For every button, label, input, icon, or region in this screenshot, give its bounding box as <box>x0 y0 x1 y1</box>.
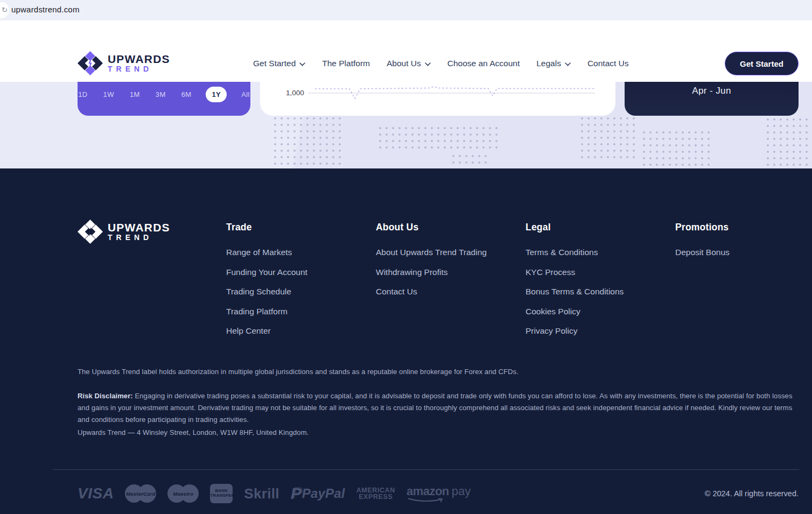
footer-column-title: About Us <box>376 222 516 233</box>
brand-wordmark: UPWARDS TREND <box>108 53 170 73</box>
footer-link-about-upwards-trend-trading[interactable]: About Upwards Trend Trading <box>376 248 516 257</box>
brand-word-top: UPWARDS <box>108 222 170 233</box>
copyright-text: © 2024. All rights reserved. <box>705 489 799 498</box>
footer-column-about-us: About Us About Upwards Trend Trading Wit… <box>376 222 516 307</box>
url-text[interactable]: upwardstrend.com <box>11 5 80 14</box>
footer-authorization-text: The Upwards Trend label holds authorizat… <box>78 366 799 378</box>
period-card: Apr - Jun <box>625 82 799 116</box>
footer-column-title: Legal <box>526 222 666 233</box>
paypal-icon: P PayPal <box>291 484 345 503</box>
nav-label: Legals <box>536 59 561 68</box>
bank-transfer-line2: TRANSFER <box>210 494 233 498</box>
range-1y-button-selected[interactable]: 1Y <box>206 87 227 102</box>
refresh-icon[interactable]: ↻ <box>0 2 9 18</box>
range-all-button[interactable]: All <box>240 87 251 102</box>
site-header: UPWARDS TREND Get Started The Platform A… <box>0 20 812 82</box>
chart-dashed-line <box>260 82 615 116</box>
footer-link-privacy-policy[interactable]: Privacy Policy <box>526 326 666 336</box>
world-map-dots <box>579 115 638 163</box>
footer-column-title: Promotions <box>675 222 812 233</box>
paypal-p-glyph: P <box>291 484 302 503</box>
amazon-pay-icon: amazon pay <box>407 484 471 503</box>
nav-label: Contact Us <box>587 59 629 68</box>
footer-column-promotions: Promotions Deposit Bonus <box>675 222 812 267</box>
amazon-word: amazon <box>407 484 449 498</box>
american-express-icon: AMERICAN EXPRESS <box>356 487 395 500</box>
time-range-card: 1D 1W 1M 3M 6M 1Y All <box>78 82 250 116</box>
footer-link-trading-platform[interactable]: Trading Platform <box>226 307 366 316</box>
brand-logo[interactable]: UPWARDS TREND <box>78 51 170 76</box>
brand-word-bottom: TREND <box>108 65 170 73</box>
page: ↻ upwardstrend.com UPWARDS TREND Get Sta… <box>0 0 812 514</box>
nav-choose-an-account[interactable]: Choose an Account <box>447 59 520 68</box>
nav-legals[interactable]: Legals <box>536 59 571 68</box>
bank-transfer-icon: BANK TRANSFER <box>210 484 233 503</box>
chevron-down-icon <box>565 62 571 66</box>
range-6m-button[interactable]: 6M <box>180 87 193 102</box>
chart-card: 1,000 <box>260 82 615 116</box>
nav-the-platform[interactable]: The Platform <box>322 59 370 68</box>
footer-brand-logo-icon <box>78 219 103 244</box>
chevron-down-icon <box>425 62 431 66</box>
chevron-down-icon <box>299 62 305 66</box>
footer-column-legal: Legal Terms & Conditions KYC Process Bon… <box>526 222 666 346</box>
world-map-dots <box>450 153 488 168</box>
paypal-label: PayPal <box>302 486 345 501</box>
world-map-dots <box>641 129 711 168</box>
main-nav: Get Started The Platform About Us Choose… <box>253 52 629 75</box>
visa-icon: VISA <box>78 485 114 502</box>
mastercard-label: MasterCard <box>125 491 156 497</box>
footer-column-title: Trade <box>226 222 366 233</box>
world-map-dots <box>377 125 501 152</box>
footer-link-bonus-terms-conditions[interactable]: Bonus Terms & Conditions <box>526 287 666 297</box>
payment-methods: VISA MasterCard Maestro BANK TRANSFER Sk… <box>78 482 471 505</box>
range-1d-button[interactable]: 1D <box>77 87 88 102</box>
footer-link-terms-conditions[interactable]: Terms & Conditions <box>526 248 666 257</box>
footer-link-kyc-process[interactable]: KYC Process <box>526 267 666 277</box>
footer-risk-disclaimer: Risk Disclaimer: Engaging in derivative … <box>78 390 799 426</box>
nav-label: Choose an Account <box>447 59 520 68</box>
footer-link-trading-schedule[interactable]: Trading Schedule <box>226 287 366 297</box>
footer-link-contact-us[interactable]: Contact Us <box>376 287 516 297</box>
world-map-dots <box>765 116 812 168</box>
footer-link-cookies-policy[interactable]: Cookies Policy <box>526 307 666 316</box>
brand-word-bottom: TREND <box>108 234 170 242</box>
maestro-label: Maestro <box>167 491 199 497</box>
range-3m-button[interactable]: 3M <box>155 87 167 102</box>
nav-get-started[interactable]: Get Started <box>253 59 305 68</box>
range-1m-button[interactable]: 1M <box>129 87 141 102</box>
risk-disclaimer-text: Engaging in derivative trading poses a s… <box>78 392 793 424</box>
footer-address: Upwards Trend — 4 Winsley Street, London… <box>78 427 799 439</box>
amex-line2: EXPRESS <box>356 494 395 500</box>
footer-link-withdrawing-profits[interactable]: Withdrawing Profits <box>376 267 516 277</box>
amazon-pay-word: pay <box>452 484 471 498</box>
range-1w-button[interactable]: 1W <box>102 87 115 102</box>
nav-contact-us[interactable]: Contact Us <box>587 59 629 68</box>
nav-label: About Us <box>387 59 421 68</box>
hero-section: 1D 1W 1M 3M 6M 1Y All 1,000 Apr - Jun <box>0 82 812 168</box>
footer-column-trade: Trade Range of Markets Funding Your Acco… <box>226 222 366 346</box>
nav-label: The Platform <box>322 59 370 68</box>
risk-disclaimer-label: Risk Disclaimer: <box>78 392 133 400</box>
brand-word-top: UPWARDS <box>108 53 170 65</box>
footer-link-range-of-markets[interactable]: Range of Markets <box>226 248 366 257</box>
footer-link-funding-your-account[interactable]: Funding Your Account <box>226 267 366 277</box>
nav-about-us[interactable]: About Us <box>387 59 431 68</box>
footer-link-deposit-bonus[interactable]: Deposit Bonus <box>675 248 812 257</box>
get-started-button[interactable]: Get Started <box>725 52 799 75</box>
maestro-icon: Maestro <box>167 484 199 503</box>
amazon-smile-curve <box>408 498 446 503</box>
footer-link-help-center[interactable]: Help Center <box>226 326 366 336</box>
world-map-dots <box>272 115 342 168</box>
footer-brand-wordmark: UPWARDS TREND <box>108 222 170 242</box>
nav-label: Get Started <box>253 59 296 68</box>
footer: UPWARDS TREND Trade Range of Markets Fun… <box>0 168 812 514</box>
brand-logo-icon <box>78 51 103 76</box>
browser-address-bar[interactable]: ↻ upwardstrend.com <box>0 0 812 20</box>
period-label: Apr - Jun <box>625 86 799 96</box>
footer-brand-logo[interactable]: UPWARDS TREND <box>78 219 170 244</box>
skrill-icon: Skrill <box>244 485 279 502</box>
footer-divider <box>53 469 799 470</box>
mastercard-icon: MasterCard <box>125 484 156 503</box>
